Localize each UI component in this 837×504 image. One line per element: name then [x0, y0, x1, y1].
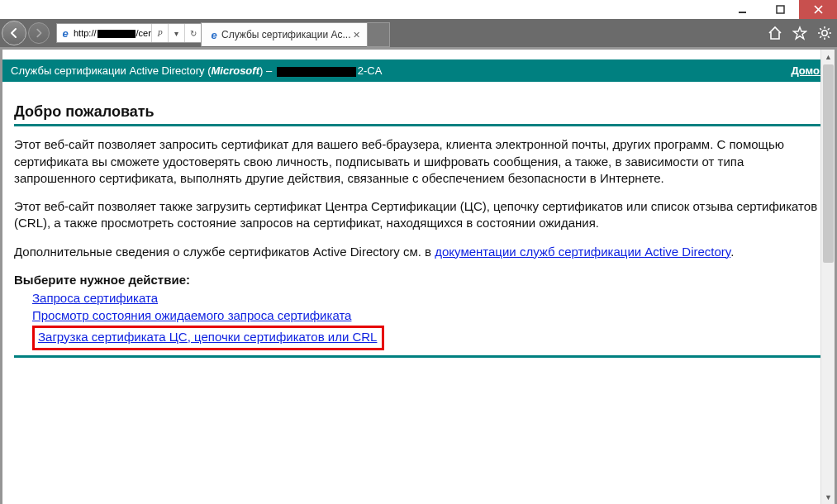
back-button[interactable] — [2, 21, 26, 45]
address-bar[interactable]: e http:///certsr P ▾ ↻ — [56, 23, 202, 43]
paragraph-download: Этот веб-сайт позволяет также загрузить … — [14, 198, 823, 232]
addr-dropdown-icon[interactable]: ▾ — [168, 24, 184, 42]
minimize-button[interactable] — [723, 0, 761, 19]
viewport: Службы сертификации Active Directory (Mi… — [0, 47, 837, 504]
svg-rect-1 — [777, 6, 784, 13]
svg-line-10 — [828, 36, 830, 38]
paragraph-intro: Этот веб-сайт позволяет запросить сертиф… — [14, 136, 823, 187]
banner-text: Службы сертификации Active Directory (Mi… — [11, 64, 382, 77]
window-titlebar — [0, 0, 837, 19]
browser-toolbar: e http:///certsr P ▾ ↻ e Службы сертифик… — [0, 19, 837, 47]
actions-heading: Выберите нужное действие: — [14, 272, 823, 288]
action-request-cert[interactable]: Запроса сертификата — [32, 291, 158, 305]
home-icon[interactable] — [768, 26, 782, 40]
redacted-server — [277, 67, 356, 77]
action-view-pending[interactable]: Просмотр состояния ожидаемого запроса се… — [32, 308, 351, 322]
action-download-ca[interactable]: Загрузка сертификата ЦС, цепочки сертифи… — [38, 330, 377, 344]
highlight-box: Загрузка сертификата ЦС, цепочки сертифи… — [32, 326, 384, 350]
address-text: http:///certsr — [74, 28, 151, 38]
paragraph-docs: Дополнительные сведения о службе сертифи… — [14, 244, 823, 260]
tab-active[interactable]: e Службы сертификации Ac... ✕ — [201, 22, 368, 47]
favorites-icon[interactable] — [792, 26, 807, 40]
scroll-thumb[interactable] — [823, 64, 834, 263]
banner: Службы сертификации Active Directory (Mi… — [2, 59, 835, 82]
tab-title: Службы сертификации Ac... — [221, 29, 350, 40]
svg-line-12 — [820, 36, 821, 38]
ie-icon: e — [57, 27, 74, 40]
divider — [14, 355, 823, 358]
page: Службы сертификации Active Directory (Mi… — [2, 50, 835, 504]
gear-icon[interactable] — [817, 26, 832, 40]
svg-point-4 — [822, 31, 827, 36]
forward-button[interactable] — [28, 22, 50, 44]
vertical-scrollbar[interactable]: ▲ ▼ — [820, 50, 835, 504]
redacted-host — [97, 30, 136, 38]
scroll-up-icon[interactable]: ▲ — [821, 50, 835, 64]
maximize-button[interactable] — [761, 0, 799, 19]
svg-line-11 — [828, 28, 830, 30]
scroll-down-icon[interactable]: ▼ — [821, 490, 835, 504]
search-icon[interactable]: P — [151, 24, 168, 42]
refresh-icon[interactable]: ↻ — [184, 24, 201, 42]
ie-icon: e — [207, 29, 221, 41]
new-tab-button[interactable] — [367, 22, 390, 47]
divider — [14, 124, 823, 126]
close-button[interactable] — [799, 0, 837, 19]
tab-close-icon[interactable]: ✕ — [350, 29, 362, 40]
svg-line-9 — [820, 28, 821, 30]
docs-link[interactable]: документации служб сертификации Active D… — [435, 245, 730, 259]
page-title: Добро пожаловать — [14, 102, 823, 121]
